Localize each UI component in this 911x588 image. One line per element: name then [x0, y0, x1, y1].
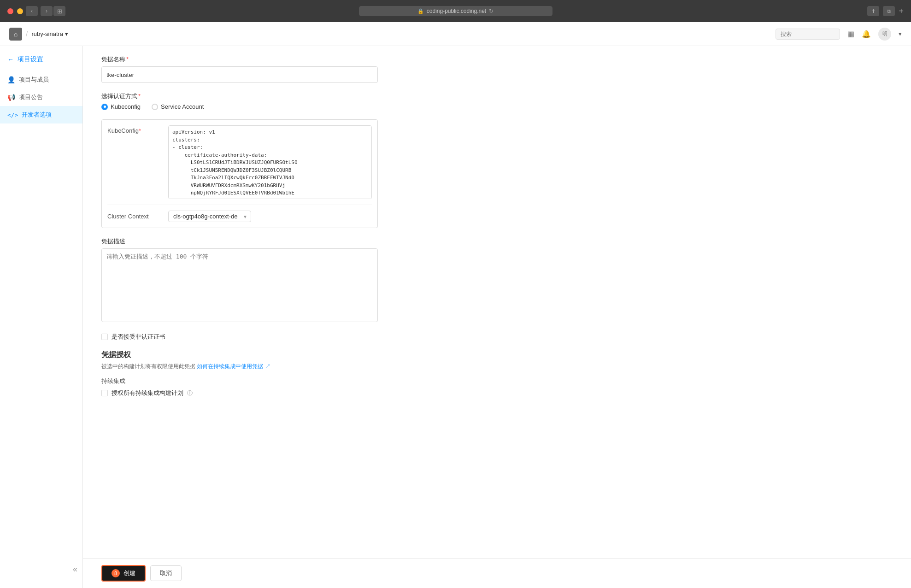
app-logo[interactable]: ⌂: [9, 28, 22, 41]
avatar[interactable]: 明: [878, 28, 891, 41]
create-button[interactable]: 8 创建: [101, 565, 146, 582]
avatar-dropdown-icon[interactable]: ▾: [899, 30, 902, 37]
project-name: ruby-sinatra: [31, 30, 63, 37]
ci-all-plans-checkbox-box: [101, 390, 108, 396]
new-tab-button[interactable]: +: [899, 6, 904, 16]
project-dropdown-icon: ▾: [65, 30, 68, 37]
description-label: 凭据描述: [101, 237, 378, 246]
layout-button[interactable]: ⊞: [53, 6, 65, 16]
avatar-label: 明: [882, 30, 887, 37]
auth-radio-group: Kubeconfig Service Account: [101, 103, 378, 110]
reload-icon[interactable]: ↻: [489, 8, 494, 14]
cluster-context-row: Cluster Context cls-ogtp4o8g-context-de.…: [107, 205, 372, 222]
credential-auth-section: 凭据授权 被选中的构建计划将有权限使用此凭据 如何在持续集成中使用凭据 ↗ 持续…: [101, 350, 378, 397]
browser-nav: ‹ ›: [26, 6, 53, 16]
collapse-sidebar-button[interactable]: «: [73, 564, 77, 574]
kubeconfig-radio-label: Kubeconfig: [111, 103, 141, 110]
members-icon: 👤: [7, 76, 15, 83]
service-account-radio-circle: [152, 104, 158, 110]
cluster-context-select-wrapper: cls-ogtp4o8g-context-de... ▼: [168, 211, 251, 222]
ci-info-icon[interactable]: ⓘ: [187, 389, 193, 397]
url-bar[interactable]: 🔒 coding-public.coding.net ↻: [359, 6, 552, 16]
ci-all-plans-label: 授权所有持续集成构建计划: [112, 389, 183, 397]
accept-cert-label: 是否接受非认证证书: [112, 333, 165, 341]
sidebar-back-header[interactable]: ← 项目设置: [0, 52, 82, 71]
credential-name-input[interactable]: [101, 66, 378, 83]
service-account-radio-label: Service Account: [161, 103, 204, 110]
accept-cert-checkbox[interactable]: 是否接受非认证证书: [101, 333, 378, 341]
kubeconfig-textarea[interactable]: apiVersion: v1 clusters: - cluster: cert…: [168, 125, 372, 199]
kubeconfig-area: KubeConfig* apiVersion: v1 clusters: - c…: [101, 119, 378, 228]
back-arrow-icon: ←: [7, 56, 14, 63]
auth-method-required: *: [138, 93, 141, 100]
back-button[interactable]: ‹: [26, 6, 38, 16]
description-group: 凭据描述: [101, 237, 378, 323]
sidebar-bottom: «: [0, 564, 83, 574]
titlebar: ‹ › ⊞ 🔒 coding-public.coding.net ↻ ⬆ ⧉ +: [0, 0, 911, 22]
kubeconfig-row: KubeConfig* apiVersion: v1 clusters: - c…: [107, 125, 372, 199]
step-badge: 8: [112, 569, 120, 577]
sidebar-item-members[interactable]: 👤 项目与成员: [0, 71, 82, 88]
main-content: 凭据名称* 选择认证方式* Kubeconfig Service Account: [83, 46, 911, 588]
sidebar-item-label-developer: 开发者选项: [22, 111, 52, 119]
credential-form: 凭据名称* 选择认证方式* Kubeconfig Service Account: [101, 46, 378, 397]
kubeconfig-required: *: [139, 127, 141, 134]
minimize-dot[interactable]: [17, 8, 23, 14]
cancel-button[interactable]: 取消: [150, 565, 182, 581]
search-input[interactable]: [776, 29, 840, 40]
header-separator: /: [26, 30, 28, 38]
announcements-icon: 📢: [7, 94, 15, 101]
service-account-radio[interactable]: Service Account: [152, 103, 204, 110]
share-button[interactable]: ⬆: [867, 6, 879, 16]
forward-button[interactable]: ›: [41, 6, 53, 16]
sidebar-title: 项目设置: [18, 55, 43, 64]
auth-method-label: 选择认证方式*: [101, 92, 378, 100]
notification-button[interactable]: 🔔: [862, 29, 871, 38]
logo-icon: ⌂: [14, 30, 18, 38]
app-body: ← 项目设置 👤 项目与成员 📢 项目公告 </> 开发者选项 « 凭据名称*: [0, 46, 911, 588]
ci-subsection-title: 持续集成: [101, 377, 378, 385]
accept-cert-checkbox-box: [101, 334, 108, 340]
duplicate-button[interactable]: ⧉: [883, 6, 895, 16]
credential-name-group: 凭据名称*: [101, 55, 378, 83]
bell-icon: 🔔: [862, 29, 871, 38]
credential-name-label: 凭据名称*: [101, 55, 378, 64]
cluster-context-label: Cluster Context: [107, 213, 163, 220]
sidebar-item-label-announcements: 项目公告: [19, 93, 43, 101]
credential-auth-link[interactable]: 如何在持续集成中使用凭据 ↗: [197, 363, 270, 370]
lock-icon: 🔒: [417, 8, 424, 14]
credential-name-required: *: [126, 56, 129, 63]
calendar-icon: ▦: [847, 29, 854, 38]
credential-auth-desc: 被选中的构建计划将有权限使用此凭据 如何在持续集成中使用凭据 ↗: [101, 363, 378, 370]
kubeconfig-label: KubeConfig*: [107, 125, 163, 134]
cluster-context-select[interactable]: cls-ogtp4o8g-context-de...: [168, 211, 251, 222]
close-dot[interactable]: [7, 8, 13, 14]
accept-cert-group: 是否接受非认证证书: [101, 333, 378, 341]
auth-method-group: 选择认证方式* Kubeconfig Service Account: [101, 92, 378, 110]
ci-all-plans-checkbox[interactable]: 授权所有持续集成构建计划 ⓘ: [101, 389, 378, 397]
sidebar-item-label-members: 项目与成员: [19, 76, 49, 84]
app-header: ⌂ / ruby-sinatra ▾ ▦ 🔔 明 ▾: [0, 22, 911, 46]
developer-icon: </>: [7, 112, 18, 118]
url-text: coding-public.coding.net: [427, 8, 486, 14]
external-link-icon: ↗: [265, 363, 270, 370]
kubeconfig-radio[interactable]: Kubeconfig: [101, 103, 141, 110]
kubeconfig-radio-circle: [101, 104, 108, 110]
header-actions: ▦ 🔔 明 ▾: [776, 28, 902, 41]
sidebar: ← 项目设置 👤 项目与成员 📢 项目公告 </> 开发者选项 «: [0, 46, 83, 588]
project-selector[interactable]: ruby-sinatra ▾: [31, 30, 68, 37]
calendar-button[interactable]: ▦: [847, 29, 854, 38]
action-bar: 8 创建 取消: [83, 558, 911, 588]
credential-auth-title: 凭据授权: [101, 350, 378, 360]
sidebar-item-developer[interactable]: </> 开发者选项: [0, 106, 82, 123]
description-textarea[interactable]: [101, 248, 378, 322]
titlebar-right-buttons: ⬆ ⧉ +: [867, 6, 904, 16]
sidebar-item-announcements[interactable]: 📢 项目公告: [0, 88, 82, 106]
